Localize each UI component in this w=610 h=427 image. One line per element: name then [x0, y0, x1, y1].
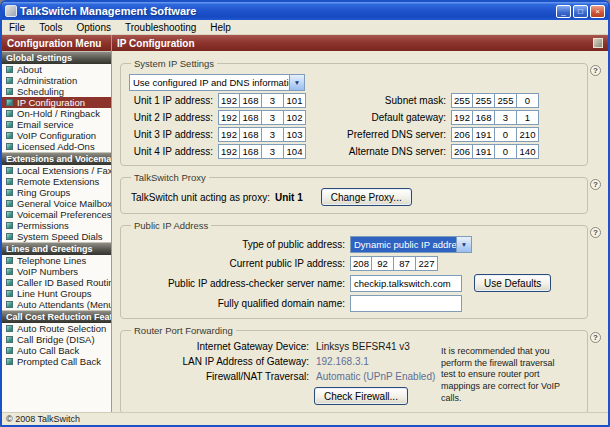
ip-octet-input[interactable] — [451, 127, 473, 142]
ip-octet-input[interactable] — [218, 127, 240, 142]
minimize-button[interactable]: _ — [556, 5, 571, 18]
help-icon[interactable]: ? — [590, 65, 601, 76]
ip-octet-input[interactable] — [473, 144, 495, 159]
ip-octet-input[interactable] — [218, 93, 240, 108]
help-icon[interactable]: ? — [590, 179, 601, 190]
ip-octet-input[interactable] — [451, 144, 473, 159]
sidebar-item-general-voice-mailboxes[interactable]: General Voice Mailboxes — [2, 198, 111, 209]
sidebar-item-auto-route-selection[interactable]: Auto Route Selection — [2, 323, 111, 334]
field-label: Unit 2 IP address: — [129, 112, 213, 123]
chevron-down-icon: ▼ — [456, 237, 471, 252]
ip-mode-select[interactable]: Use configured IP and DNS information ▼ — [129, 74, 305, 91]
sidebar-title: Configuration Menu — [2, 35, 111, 51]
sidebar-item-email-service[interactable]: Email service — [2, 119, 111, 130]
maximize-button[interactable]: □ — [573, 5, 588, 18]
ip-octet-input[interactable] — [517, 93, 539, 108]
sidebar-item-label: Permissions — [17, 220, 69, 231]
field-label: Preferred DNS server: — [330, 129, 446, 140]
sidebar-item-on-hold-ringback[interactable]: On-Hold / Ringback — [2, 108, 111, 119]
ip-octet-input[interactable] — [451, 110, 473, 125]
sidebar-item-about[interactable]: About — [2, 64, 111, 75]
menu-troubleshooting[interactable]: Troubleshooting — [118, 22, 203, 33]
sidebar-item-auto-attendants[interactable]: Auto Attendants (Menus) — [2, 299, 111, 310]
status-bar: © 2008 TalkSwitch — [2, 412, 608, 425]
item-icon — [6, 178, 13, 185]
ip-octet-input[interactable] — [517, 144, 539, 159]
subnet-mask-field — [451, 93, 539, 108]
help-icon[interactable]: ? — [590, 227, 601, 238]
sidebar-item-line-hunt-groups[interactable]: Line Hunt Groups — [2, 288, 111, 299]
public-ip-type-select[interactable]: Dynamic public IP address ▼ — [350, 236, 472, 253]
ip-octet-input[interactable] — [218, 144, 240, 159]
fqdn-input[interactable] — [350, 295, 462, 312]
check-firewall-button[interactable]: Check Firewall... — [314, 387, 408, 405]
menu-help[interactable]: Help — [203, 22, 238, 33]
sidebar-item-scheduling[interactable]: Scheduling — [2, 86, 111, 97]
group-legend: Router Port Forwarding — [131, 325, 236, 336]
ip-octet-input[interactable] — [240, 110, 262, 125]
menu-options[interactable]: Options — [69, 22, 117, 33]
ip-octet-input[interactable] — [394, 256, 416, 271]
header-icon[interactable] — [593, 38, 603, 48]
ip-octet-input[interactable] — [416, 256, 438, 271]
ip-octet-input[interactable] — [262, 110, 284, 125]
ip-octet-input[interactable] — [517, 110, 539, 125]
ip-octet-input[interactable] — [262, 93, 284, 108]
ip-octet-input[interactable] — [451, 93, 473, 108]
ip-octet-input[interactable] — [473, 93, 495, 108]
ip-octet-input[interactable] — [473, 127, 495, 142]
item-icon — [6, 222, 13, 229]
change-proxy-button[interactable]: Change Proxy... — [321, 188, 412, 206]
ip-octet-input[interactable] — [284, 127, 306, 142]
sidebar-item-ip-configuration[interactable]: IP Configuration — [2, 97, 111, 108]
sidebar-item-ring-groups[interactable]: Ring Groups — [2, 187, 111, 198]
sidebar-item-voicemail-preferences[interactable]: Voicemail Preferences — [2, 209, 111, 220]
unit3-ip-field — [218, 127, 306, 142]
close-button[interactable]: × — [590, 5, 605, 18]
ip-octet-input[interactable] — [284, 110, 306, 125]
ip-octet-input[interactable] — [495, 110, 517, 125]
field-label: Firewall/NAT Traversal: — [129, 371, 309, 382]
checker-server-input[interactable] — [350, 275, 462, 292]
ip-octet-input[interactable] — [240, 144, 262, 159]
sidebar-item-call-bridge-disa[interactable]: Call Bridge (DISA) — [2, 334, 111, 345]
help-icon[interactable]: ? — [590, 332, 601, 343]
ip-octet-input[interactable] — [517, 127, 539, 142]
section-header-extensions-voicemail: Extensions and Voicemail — [2, 152, 111, 165]
ip-octet-input[interactable] — [240, 93, 262, 108]
app-icon — [5, 5, 17, 17]
sidebar-item-label: Caller ID Based Routing — [17, 277, 112, 288]
ip-octet-input[interactable] — [473, 110, 495, 125]
ip-octet-input[interactable] — [218, 110, 240, 125]
page-header: IP Configuration — [112, 35, 608, 51]
item-icon — [6, 121, 13, 128]
item-icon — [6, 110, 13, 117]
sidebar-item-telephone-lines[interactable]: Telephone Lines — [2, 255, 111, 266]
sidebar-item-auto-call-back[interactable]: Auto Call Back — [2, 345, 111, 356]
sidebar-item-licensed-add-ons[interactable]: Licensed Add-Ons — [2, 141, 111, 152]
ip-octet-input[interactable] — [284, 144, 306, 159]
ip-octet-input[interactable] — [495, 127, 517, 142]
use-defaults-button[interactable]: Use Defaults — [474, 274, 551, 292]
sidebar-item-administration[interactable]: Administration — [2, 75, 111, 86]
body-area: Configuration Menu Global Settings About… — [2, 35, 608, 412]
sidebar-item-permissions[interactable]: Permissions — [2, 220, 111, 231]
talkswitch-proxy-group: TalkSwitch Proxy ? TalkSwitch unit actin… — [120, 172, 588, 214]
ip-octet-input[interactable] — [284, 93, 306, 108]
sidebar-item-system-speed-dials[interactable]: System Speed Dials — [2, 231, 111, 242]
ip-octet-input[interactable] — [350, 256, 372, 271]
ip-octet-input[interactable] — [495, 93, 517, 108]
ip-octet-input[interactable] — [262, 144, 284, 159]
ip-octet-input[interactable] — [240, 127, 262, 142]
ip-octet-input[interactable] — [372, 256, 394, 271]
sidebar-item-voip-configuration[interactable]: VoIP Configuration — [2, 130, 111, 141]
ip-octet-input[interactable] — [495, 144, 517, 159]
sidebar-item-local-extensions-fax[interactable]: Local Extensions / Fax — [2, 165, 111, 176]
ip-octet-input[interactable] — [262, 127, 284, 142]
sidebar-item-caller-id-based-routing[interactable]: Caller ID Based Routing — [2, 277, 111, 288]
sidebar-item-voip-numbers[interactable]: VoIP Numbers — [2, 266, 111, 277]
sidebar-item-prompted-call-back[interactable]: Prompted Call Back — [2, 356, 111, 367]
menu-tools[interactable]: Tools — [32, 22, 69, 33]
sidebar-item-remote-extensions[interactable]: Remote Extensions — [2, 176, 111, 187]
menu-file[interactable]: File — [2, 22, 32, 33]
